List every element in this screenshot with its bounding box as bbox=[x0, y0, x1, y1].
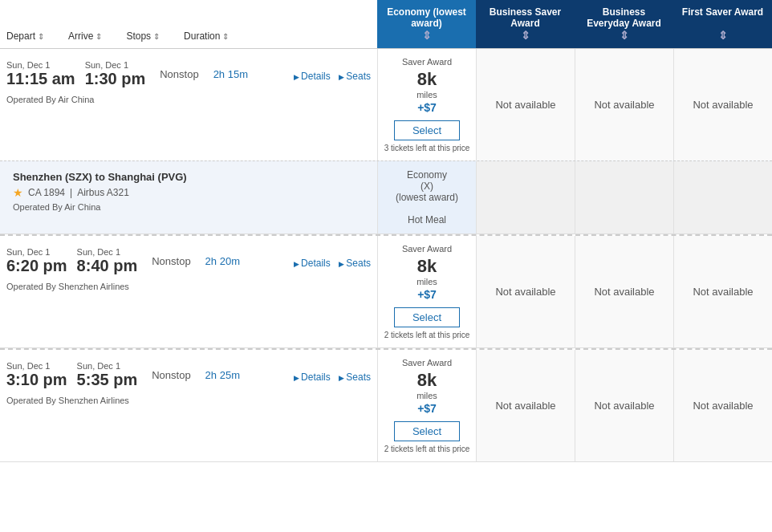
flight-1-business-everyday-cell: Not available bbox=[575, 49, 673, 160]
economy-header-label: Economy (lowest award) bbox=[385, 6, 468, 29]
flight-3-details-seats: Details Seats bbox=[294, 372, 371, 383]
flight-1-main: Sun, Dec 1 11:15 am Sun, Dec 1 1:30 pm N… bbox=[0, 49, 772, 160]
flight-3-award-cols: Saver Award 8k miles +$7 Select 2 ticket… bbox=[377, 350, 772, 461]
flight-1-arrive-date: Sun, Dec 1 bbox=[85, 60, 146, 70]
flight-2-business-saver-na: Not available bbox=[495, 286, 555, 298]
duration-header[interactable]: Duration ⇕ bbox=[184, 30, 229, 42]
flight-2-info: Sun, Dec 1 6:20 pm Sun, Dec 1 8:40 pm No… bbox=[0, 236, 377, 347]
flight-2-times: Sun, Dec 1 6:20 pm Sun, Dec 1 8:40 pm No… bbox=[6, 247, 240, 275]
flight-row: Sun, Dec 1 3:10 pm Sun, Dec 1 5:35 pm No… bbox=[0, 350, 772, 462]
flight-1-business-saver-na: Not available bbox=[495, 99, 555, 111]
depart-header[interactable]: Depart ⇕ bbox=[6, 30, 44, 42]
economy-sort-icon: ⇕ bbox=[422, 29, 432, 42]
business-everyday-sort-icon: ⇕ bbox=[620, 29, 629, 42]
flight-1-detail-row: Shenzhen (SZX) to Shanghai (PVG) ★ CA 18… bbox=[0, 160, 772, 234]
business-everyday-header[interactable]: Business Everyday Award ⇕ bbox=[575, 0, 673, 48]
flight-1-stops: Nonstop bbox=[160, 68, 198, 80]
flight-1-detail-be-cell bbox=[575, 161, 673, 234]
first-saver-sort-icon: ⇕ bbox=[718, 29, 728, 42]
first-saver-header[interactable]: First Saver Award ⇕ bbox=[673, 0, 772, 48]
flight-2-depart-date: Sun, Dec 1 bbox=[6, 247, 67, 257]
business-everyday-label: Business Everyday Award bbox=[583, 6, 665, 29]
flight-1-depart-block: Sun, Dec 1 11:15 am bbox=[6, 60, 75, 88]
flight-1-details-seats: Details Seats bbox=[294, 71, 371, 82]
flight-3-business-saver-cell: Not available bbox=[476, 350, 575, 461]
flight-3-arrive-date: Sun, Dec 1 bbox=[77, 361, 138, 371]
flight-info-headers: Depart ⇕ Arrive ⇕ Stops ⇕ Duration ⇕ bbox=[0, 0, 377, 48]
flight-2-times-links: Sun, Dec 1 6:20 pm Sun, Dec 1 8:40 pm No… bbox=[6, 247, 371, 278]
flight-1-miles: 8k bbox=[417, 69, 437, 90]
flight-1-first-saver-cell: Not available bbox=[673, 49, 772, 160]
flight-3-main: Sun, Dec 1 3:10 pm Sun, Dec 1 5:35 pm No… bbox=[0, 350, 772, 461]
flight-3-select-button[interactable]: Select bbox=[394, 421, 460, 441]
flight-1-detail-info: Shenzhen (SZX) to Shanghai (PVG) ★ CA 18… bbox=[0, 161, 377, 234]
flight-2-first-saver-na: Not available bbox=[693, 286, 753, 298]
flight-2-depart-time: 6:20 pm bbox=[6, 257, 67, 275]
flight-3-details-link[interactable]: Details bbox=[294, 372, 331, 383]
flight-3-times-links: Sun, Dec 1 3:10 pm Sun, Dec 1 5:35 pm No… bbox=[6, 361, 371, 392]
flight-3-first-saver-cell: Not available bbox=[673, 350, 772, 461]
flight-1-arrive-block: Sun, Dec 1 1:30 pm bbox=[85, 60, 146, 88]
flight-1-detail-economy-cell: Economy (X) (lowest award) Hot Meal bbox=[377, 161, 476, 234]
flight-3-seats-link[interactable]: Seats bbox=[339, 372, 371, 383]
flight-2-details-seats: Details Seats bbox=[294, 258, 371, 269]
flight-1-detail-meal: Hot Meal bbox=[408, 214, 446, 225]
flight-1-info: Sun, Dec 1 11:15 am Sun, Dec 1 1:30 pm N… bbox=[0, 49, 377, 160]
business-saver-header[interactable]: Business Saver Award ⇕ bbox=[476, 0, 575, 48]
flight-2-economy-cell: Saver Award 8k miles +$7 Select 2 ticket… bbox=[377, 236, 476, 347]
flight-1-economy-cell: Saver Award 8k miles +$7 Select 3 ticket… bbox=[377, 49, 476, 160]
flight-1-depart-date: Sun, Dec 1 bbox=[6, 60, 75, 70]
flight-2-arrive-date: Sun, Dec 1 bbox=[77, 247, 138, 257]
flight-3-business-saver-na: Not available bbox=[495, 400, 555, 412]
flight-1-detail-operated: Operated By Air China bbox=[13, 202, 364, 212]
flight-2-miles: 8k bbox=[417, 256, 437, 277]
flight-1-first-saver-na: Not available bbox=[693, 99, 753, 111]
flight-1-route: Shenzhen (SZX) to Shanghai (PVG) bbox=[13, 171, 364, 183]
flight-1-times: Sun, Dec 1 11:15 am Sun, Dec 1 1:30 pm N… bbox=[6, 60, 248, 88]
stops-header[interactable]: Stops ⇕ bbox=[126, 30, 160, 42]
flight-3-duration: 2h 25m bbox=[205, 369, 240, 381]
flight-1-flight-num: CA 1894 bbox=[28, 187, 65, 198]
flight-1-detail-class: Economy bbox=[407, 169, 447, 181]
flight-2-select-button[interactable]: Select bbox=[394, 307, 460, 327]
flight-1-business-saver-cell: Not available bbox=[476, 49, 575, 160]
flight-2-arrive-time: 8:40 pm bbox=[77, 257, 138, 275]
depart-label: Depart bbox=[6, 30, 35, 42]
flight-3-economy-cell: Saver Award 8k miles +$7 Select 2 ticket… bbox=[377, 350, 476, 461]
arrive-header[interactable]: Arrive ⇕ bbox=[68, 30, 102, 42]
flight-1-detail-fs-cell bbox=[673, 161, 772, 234]
flight-2-seats-link[interactable]: Seats bbox=[339, 258, 371, 269]
flight-1-select-button[interactable]: Select bbox=[394, 120, 460, 140]
arrive-label: Arrive bbox=[68, 30, 93, 42]
flight-3-arrive-time: 5:35 pm bbox=[77, 371, 138, 389]
flight-3-miles: 8k bbox=[417, 370, 437, 391]
economy-header[interactable]: Economy (lowest award) ⇕ bbox=[377, 0, 476, 48]
flight-1-tickets-left: 3 tickets left at this price bbox=[384, 144, 470, 152]
flight-1-duration: 2h 15m bbox=[213, 68, 248, 80]
flight-3-info: Sun, Dec 1 3:10 pm Sun, Dec 1 5:35 pm No… bbox=[0, 350, 377, 461]
flight-2-duration: 2h 20m bbox=[205, 255, 240, 267]
flight-3-depart-date: Sun, Dec 1 bbox=[6, 361, 67, 371]
flight-3-business-everyday-na: Not available bbox=[594, 400, 654, 412]
flight-1-seats-link[interactable]: Seats bbox=[339, 71, 371, 82]
flight-2-details-link[interactable]: Details bbox=[294, 258, 331, 269]
flight-1-detail-sub: ★ CA 1894 | Airbus A321 bbox=[13, 186, 364, 199]
flight-1-operated: Operated By Air China bbox=[6, 95, 371, 104]
flight-2-operated: Operated By Shenzhen Airlines bbox=[6, 282, 371, 291]
flight-1-details-link[interactable]: Details bbox=[294, 71, 331, 82]
flight-row: Sun, Dec 1 11:15 am Sun, Dec 1 1:30 pm N… bbox=[0, 49, 772, 234]
flight-2-business-saver-cell: Not available bbox=[476, 236, 575, 347]
flight-2-depart-block: Sun, Dec 1 6:20 pm bbox=[6, 247, 67, 275]
stops-label: Stops bbox=[126, 30, 151, 42]
flight-2-award-cols: Saver Award 8k miles +$7 Select 2 ticket… bbox=[377, 236, 772, 347]
flight-2-miles-unit: miles bbox=[416, 277, 437, 286]
flight-1-aircraft: Airbus A321 bbox=[77, 187, 129, 198]
flight-1-detail-award-type: (lowest award) bbox=[396, 192, 458, 203]
flight-2-saver-label: Saver Award bbox=[402, 244, 452, 254]
flight-1-detail-code: (X) bbox=[421, 181, 433, 192]
flight-3-first-saver-na: Not available bbox=[693, 400, 753, 412]
star-icon: ★ bbox=[13, 186, 23, 199]
flight-1-fee: +$7 bbox=[417, 101, 437, 114]
first-saver-label: First Saver Award bbox=[682, 6, 763, 18]
flight-1-times-links: Sun, Dec 1 11:15 am Sun, Dec 1 1:30 pm N… bbox=[6, 60, 371, 91]
